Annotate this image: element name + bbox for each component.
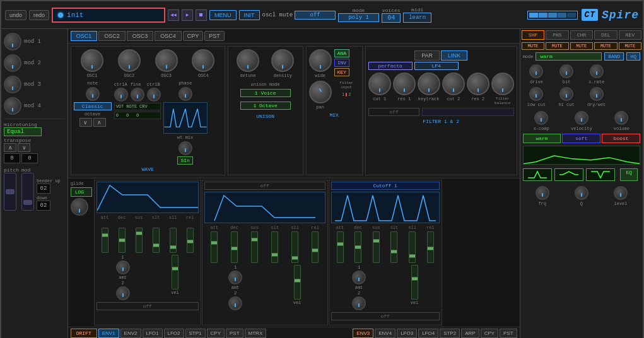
lfo1-sus-slider[interactable] xyxy=(373,231,380,263)
octave-up-btn[interactable]: ∧ xyxy=(93,118,106,127)
srate-knob[interactable] xyxy=(590,64,604,78)
glide-knob[interactable] xyxy=(71,198,88,216)
lowcut-knob[interactable] xyxy=(529,87,543,101)
mode-dropdown[interactable]: poly 1 xyxy=(338,13,379,22)
density-knob[interactable] xyxy=(271,49,294,72)
mute-shp[interactable]: MUTE xyxy=(522,42,544,50)
detune-knob[interactable] xyxy=(237,49,259,72)
pst1-tab[interactable]: PST xyxy=(226,329,243,338)
lfo2-tab[interactable]: LFO2 xyxy=(164,329,184,338)
env4-tab[interactable]: ENV4 xyxy=(375,329,395,338)
fx-tab-chr[interactable]: CHR xyxy=(570,30,593,40)
wt-mix-knob[interactable] xyxy=(179,141,192,155)
bit-knob[interactable] xyxy=(559,64,573,78)
eq-shape-3[interactable] xyxy=(586,168,615,181)
env1-amt-knob2[interactable] xyxy=(116,286,130,300)
env1-dec-slider[interactable] xyxy=(119,228,126,253)
env2-tab[interactable]: ENV2 xyxy=(120,329,141,338)
tab-osc3[interactable]: OSC3 xyxy=(127,31,154,41)
env2-slt-slider[interactable] xyxy=(271,231,278,263)
env2-vel-slider[interactable] xyxy=(294,265,301,300)
mtrx-tab[interactable]: MTRX xyxy=(245,329,267,338)
drywet-knob[interactable] xyxy=(590,87,604,101)
env1-rel-slider[interactable] xyxy=(187,228,194,253)
cut2-knob[interactable] xyxy=(442,73,465,95)
band-button[interactable]: BAND xyxy=(604,52,624,61)
lfo1-tab[interactable]: LFO1 xyxy=(143,329,163,338)
transpose-val1[interactable]: 0 xyxy=(4,153,20,163)
lfo1-amt-knob[interactable] xyxy=(352,271,366,284)
volume-knob[interactable] xyxy=(614,111,628,125)
env2-att-slider[interactable] xyxy=(211,231,218,263)
init-button[interactable]: INIT xyxy=(239,10,260,20)
transport-record[interactable]: ⏹ xyxy=(196,9,207,21)
ctrla-knob[interactable] xyxy=(114,88,128,102)
lfo3-tab[interactable]: LFO3 xyxy=(397,329,417,338)
xcomp-knob[interactable] xyxy=(534,111,548,125)
eq-shape-1[interactable] xyxy=(523,168,552,181)
mute-phs[interactable]: MUTE xyxy=(546,42,568,50)
filter1-name[interactable]: perfecto xyxy=(368,62,413,70)
transpose-up-button[interactable]: ∧ xyxy=(4,143,16,152)
menu-button[interactable]: MENU xyxy=(209,10,237,20)
pan-knob[interactable] xyxy=(309,81,332,103)
env1-tab[interactable]: ENV1 xyxy=(98,329,119,338)
hq-button[interactable]: HQ xyxy=(626,52,640,61)
fx-tab-phs[interactable]: PHS xyxy=(546,30,568,40)
env1-vel-slider[interactable] xyxy=(172,255,179,289)
env2-dec-slider[interactable] xyxy=(231,231,238,263)
ctrlb-knob[interactable] xyxy=(147,88,161,102)
transpose-val2[interactable]: 0 xyxy=(21,153,38,163)
lfo1-dec-slider[interactable] xyxy=(354,231,361,263)
par-button[interactable]: PAR xyxy=(414,50,440,61)
osc-mute-dropdown[interactable]: off xyxy=(295,11,336,20)
tab-osc4[interactable]: OSC4 xyxy=(155,31,182,41)
key-button[interactable]: KEY xyxy=(334,68,349,76)
unison-mode-value[interactable]: 1 Voice xyxy=(240,89,291,97)
transport-play[interactable]: ▶ xyxy=(182,9,193,21)
res2-knob[interactable] xyxy=(467,73,489,95)
env2-amt-knob2[interactable] xyxy=(228,296,242,310)
fx-tab-shp[interactable]: SHP xyxy=(522,30,544,40)
lfo1-slt-slider[interactable] xyxy=(390,231,397,263)
lfo1-off-display[interactable]: off xyxy=(331,312,440,320)
cutoff1-display[interactable]: Cutoff 1 xyxy=(331,182,440,190)
env1-att-slider[interactable] xyxy=(102,228,108,253)
wide-knob[interactable] xyxy=(309,49,332,72)
env1-slt-slider[interactable] xyxy=(153,228,160,253)
transport-rewind[interactable]: ◀◀ xyxy=(168,9,179,21)
lfo1-amt-knob2[interactable] xyxy=(352,296,366,310)
keytrack-knob[interactable] xyxy=(418,73,440,95)
osc3-knob[interactable] xyxy=(155,49,178,72)
wave-type-display[interactable]: Classic xyxy=(74,102,112,110)
inv-button[interactable]: INV xyxy=(334,59,349,67)
env2-rel-slider[interactable] xyxy=(312,231,319,263)
tab-osc2[interactable]: OSC2 xyxy=(98,31,126,41)
osc-paste-button[interactable]: PST xyxy=(204,31,225,41)
velocity-knob[interactable] xyxy=(575,111,588,125)
mod-slider[interactable] xyxy=(21,173,34,211)
osc-copy-button[interactable]: CPY xyxy=(183,31,204,41)
q-knob[interactable] xyxy=(575,186,588,200)
lfo1-vel-slider[interactable] xyxy=(411,265,418,300)
filter-balance-knob[interactable] xyxy=(491,73,514,95)
bender-up-value[interactable]: 02 xyxy=(37,184,50,194)
mute-del[interactable]: MUTE xyxy=(594,42,617,50)
octave-down-btn[interactable]: ∨ xyxy=(79,118,92,127)
pst2-tab[interactable]: PST xyxy=(500,329,517,338)
mute-chr[interactable]: MUTE xyxy=(570,42,593,50)
arp-tab[interactable]: ARP xyxy=(461,329,479,338)
env2-sll-slider[interactable] xyxy=(291,231,298,263)
bender-down-value[interactable]: 02 xyxy=(37,201,50,211)
eq-shape-2[interactable] xyxy=(554,168,583,181)
pitch-slider[interactable] xyxy=(4,173,16,211)
microtuning-dropdown[interactable]: Equal xyxy=(4,127,42,136)
stp1-tab[interactable]: STP1 xyxy=(185,329,206,338)
osc1-knob[interactable] xyxy=(81,49,103,72)
osc4-knob[interactable] xyxy=(192,49,214,72)
env1-off-display[interactable]: off xyxy=(97,302,199,310)
undo-button[interactable]: undo xyxy=(5,10,26,20)
hicut-knob[interactable] xyxy=(559,87,573,101)
fx-tab-del[interactable]: DEL xyxy=(594,30,617,40)
mute-rev[interactable]: MUTE xyxy=(619,42,641,50)
